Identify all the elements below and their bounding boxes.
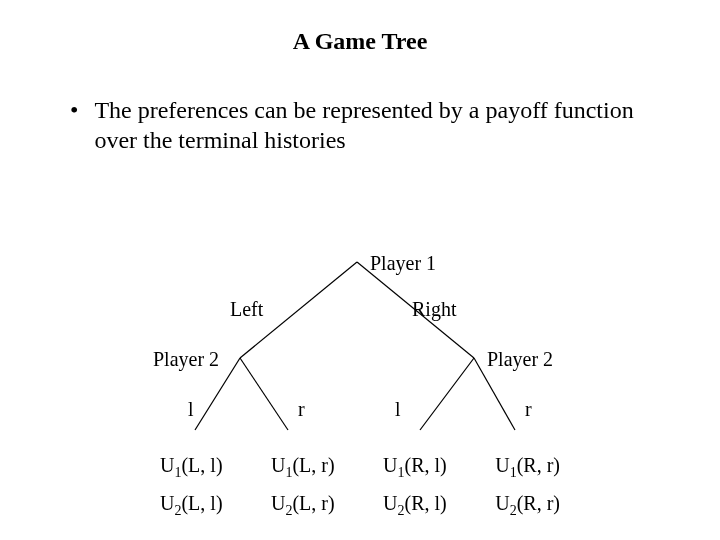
root-label: Player 1 — [370, 252, 436, 275]
payoff-u1-Rr: U1(R, r) — [495, 454, 560, 481]
bullet-dot: • — [70, 95, 78, 125]
payoff-u1-Lr: U1(L, r) — [271, 454, 335, 481]
leaf-lr-label: r — [298, 398, 305, 421]
payoff-row-u2: U2(L, l) U2(L, r) U2(R, l) U2(R, r) — [160, 492, 560, 519]
branch-right-label: Right — [412, 298, 456, 321]
game-tree-diagram: Player 1 Left Right Player 2 Player 2 l … — [0, 250, 720, 540]
payoff-u2-Ll: U2(L, l) — [160, 492, 223, 519]
page-title: A Game Tree — [0, 28, 720, 55]
svg-line-3 — [240, 358, 288, 430]
leaf-rr-label: r — [525, 398, 532, 421]
payoff-u2-Rr: U2(R, r) — [495, 492, 560, 519]
svg-line-4 — [420, 358, 474, 430]
payoff-u2-Lr: U2(L, r) — [271, 492, 335, 519]
bullet-line: • The preferences can be represented by … — [0, 95, 720, 155]
branch-left-label: Left — [230, 298, 263, 321]
leaf-rl-label: l — [395, 398, 401, 421]
payoff-u1-Rl: U1(R, l) — [383, 454, 447, 481]
payoff-row-u1: U1(L, l) U1(L, r) U1(R, l) U1(R, r) — [160, 454, 560, 481]
payoff-u1-Ll: U1(L, l) — [160, 454, 223, 481]
payoff-u2-Rl: U2(R, l) — [383, 492, 447, 519]
bullet-text: The preferences can be represented by a … — [94, 95, 654, 155]
node-right-label: Player 2 — [487, 348, 553, 371]
leaf-ll-label: l — [188, 398, 194, 421]
node-left-label: Player 2 — [153, 348, 219, 371]
